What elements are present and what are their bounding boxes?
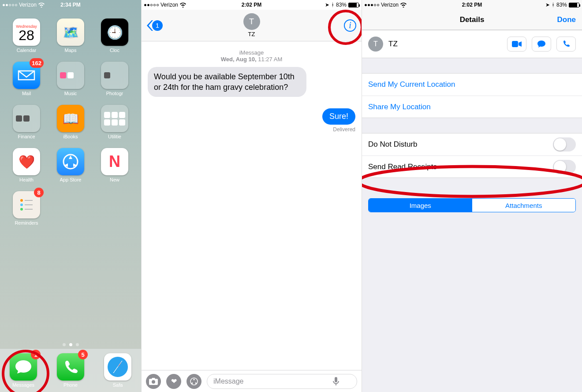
clock: 2:02 PM xyxy=(142,2,362,8)
folder-icon xyxy=(101,105,128,132)
dnd-label: Do Not Disturb xyxy=(368,140,417,149)
nav-bar: Details Done xyxy=(362,10,582,30)
mic-icon[interactable] xyxy=(333,377,339,386)
apps-button[interactable] xyxy=(187,374,201,389)
settings-section: Do Not Disturb Send Read Receipts xyxy=(362,133,582,178)
thread-time: 11:27 AM xyxy=(258,56,282,63)
done-button[interactable]: Done xyxy=(557,15,576,24)
cal-day-num: 28 xyxy=(19,29,34,42)
home-screen: Verizon 2:34 PM Wednesday 28 Calendar 🗺️… xyxy=(0,0,141,392)
app-reminders[interactable]: 8 Reminders xyxy=(10,191,43,234)
app-ibooks[interactable]: 📖 iBooks xyxy=(54,105,87,148)
compose-bar: ❤ iMessage xyxy=(142,370,362,392)
phone-icon: 5 xyxy=(57,353,84,381)
send-location-button[interactable]: Send My Current Location xyxy=(362,74,582,96)
avatar: T xyxy=(368,37,383,52)
health-icon: ❤️ xyxy=(13,148,40,175)
folder-music[interactable]: Music xyxy=(54,62,87,105)
battery-icon xyxy=(569,3,579,7)
dnd-toggle[interactable] xyxy=(553,137,576,152)
dock-messages[interactable]: 1 Messages xyxy=(10,353,37,392)
clock: 2:02 PM xyxy=(362,2,582,8)
battery-icon xyxy=(348,3,359,7)
phone-badge: 5 xyxy=(78,350,88,359)
svg-point-2 xyxy=(20,199,23,202)
reminders-badge: 8 xyxy=(34,188,44,197)
messages-details: Verizon 2:02 PM ➤ ᚼ 83% Details Done T T… xyxy=(362,0,582,392)
nav-bar: 1 T TZ i xyxy=(142,10,362,41)
svg-point-4 xyxy=(20,208,23,211)
app-maps[interactable]: 🗺️ Maps xyxy=(54,18,87,62)
incoming-bubble[interactable]: Would you be available September 10th or… xyxy=(148,67,306,97)
clock-icon: 🕘 xyxy=(101,18,128,46)
seg-attachments[interactable]: Attachments xyxy=(472,199,576,212)
thread-body[interactable]: iMessage Wed, Aug 10, 11:27 AM Would you… xyxy=(142,41,362,139)
status-bar: Verizon 2:02 PM ➤ ᚼ 83% xyxy=(362,0,582,10)
status-bar: Verizon 2:02 PM ➤ ᚼ 83% xyxy=(142,0,362,10)
thread-title[interactable]: T TZ xyxy=(142,13,362,37)
contact-name: TZ xyxy=(248,31,255,37)
mail-badge: 162 xyxy=(30,58,44,68)
location-section: Send My Current Location Share My Locati… xyxy=(362,73,582,118)
folder-finance[interactable]: Finance xyxy=(10,105,43,148)
delivered-label: Delivered xyxy=(333,126,355,133)
read-receipts-row: Send Read Receipts xyxy=(362,155,582,178)
status-bar: Verizon 2:34 PM xyxy=(0,0,141,10)
app-calendar[interactable]: Wednesday 28 Calendar xyxy=(10,18,43,62)
avatar: T xyxy=(243,13,260,30)
messages-thread: Verizon 2:02 PM ➤ ᚼ 83% 1 T TZ i iMessag xyxy=(141,0,362,392)
news-icon: N xyxy=(101,148,128,175)
app-health[interactable]: ❤️ Health xyxy=(10,148,43,191)
segmented-wrap: Images Attachments xyxy=(362,198,582,212)
svg-point-3 xyxy=(20,203,23,206)
contact-row[interactable]: T TZ xyxy=(362,30,582,58)
share-location-button[interactable]: Share My Location xyxy=(362,96,582,118)
clock: 2:34 PM xyxy=(0,2,141,8)
camera-button[interactable] xyxy=(146,374,161,389)
folder-photo[interactable]: Photogr xyxy=(98,62,131,105)
read-receipts-toggle[interactable] xyxy=(553,160,576,174)
app-grid: Wednesday 28 Calendar 🗺️ Maps 🕘 Cloc 162… xyxy=(0,10,141,340)
calendar-icon: Wednesday 28 xyxy=(13,18,40,46)
folder-utilities[interactable]: Utilitie xyxy=(98,105,131,148)
reminders-icon: 8 xyxy=(13,191,40,218)
thread-meta: iMessage Wed, Aug 10, 11:27 AM xyxy=(148,49,355,63)
dnd-row: Do Not Disturb xyxy=(362,133,582,155)
maps-icon: 🗺️ xyxy=(57,18,84,46)
app-appstore[interactable]: App Store xyxy=(54,148,87,191)
mail-icon: 162 xyxy=(13,62,40,89)
outgoing-bubble[interactable]: Sure! xyxy=(322,108,355,125)
app-news[interactable]: N New xyxy=(98,148,131,191)
page-indicator xyxy=(0,340,141,349)
folder-icon xyxy=(13,105,40,132)
seg-images[interactable]: Images xyxy=(369,199,472,212)
segmented-control: Images Attachments xyxy=(368,198,576,212)
messages-badge: 1 xyxy=(31,350,41,359)
input-placeholder: iMessage xyxy=(213,377,243,385)
call-button[interactable] xyxy=(556,37,576,52)
folder-icon xyxy=(101,62,128,89)
dock-safari[interactable]: Safa xyxy=(104,353,131,392)
page-title: Details xyxy=(460,15,485,24)
svg-rect-14 xyxy=(512,41,518,47)
read-receipts-label: Send Read Receipts xyxy=(368,163,437,171)
thread-date: Wed, Aug 10, xyxy=(221,56,257,63)
safari-icon xyxy=(104,353,131,381)
service-label: iMessage xyxy=(148,49,355,56)
appstore-icon xyxy=(57,148,84,175)
digital-touch-button[interactable]: ❤ xyxy=(166,374,181,389)
folder-icon xyxy=(57,62,84,89)
message-button[interactable] xyxy=(532,37,551,52)
app-mail[interactable]: 162 Mail xyxy=(10,62,43,105)
message-input[interactable]: iMessage xyxy=(207,374,357,389)
dock-phone[interactable]: 5 Phone xyxy=(57,353,84,392)
app-clock[interactable]: 🕘 Cloc xyxy=(98,18,131,62)
facetime-video-button[interactable] xyxy=(507,37,526,52)
contact-name: TZ xyxy=(388,40,502,48)
messages-icon: 1 xyxy=(10,353,37,381)
ibooks-icon: 📖 xyxy=(57,105,84,132)
dock: 1 Messages 5 Phone Safa xyxy=(0,349,141,392)
